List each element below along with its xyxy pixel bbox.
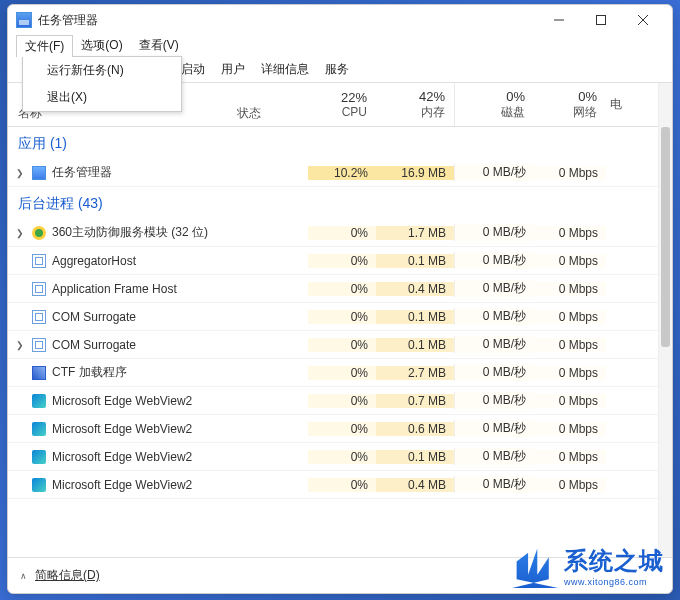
section-background[interactable]: 后台进程 (43) [8,187,658,219]
network-value: 0 Mbps [534,310,606,324]
titlebar[interactable]: 任务管理器 [8,5,672,35]
menu-options[interactable]: 选项(O) [73,35,130,57]
memory-value: 0.4 MB [376,478,454,492]
cpu-value: 0% [308,254,376,268]
col-memory[interactable]: 42%内存 [376,83,454,126]
cpu-value: 0% [308,366,376,380]
expand-icon[interactable]: ❯ [16,228,26,238]
disk-value: 0 MB/秒 [454,308,534,325]
disk-value: 0 MB/秒 [454,336,534,353]
table-row[interactable]: Microsoft Edge WebView2 0% 0.7 MB 0 MB/秒… [8,387,658,415]
process-name: COM Surrogate [52,338,136,352]
disk-value: 0 MB/秒 [454,392,534,409]
table-row[interactable]: ❯ COM Surrogate 0% 0.1 MB 0 MB/秒 0 Mbps [8,331,658,359]
process-name: 360主动防御服务模块 (32 位) [52,224,208,241]
network-value: 0 Mbps [534,254,606,268]
col-power[interactable]: 电 [606,83,631,126]
expand-icon[interactable]: ❯ [16,340,26,350]
table-row[interactable]: ❯ 任务管理器 10.2% 16.9 MB 0 MB/秒 0 Mbps [8,159,658,187]
network-value: 0 Mbps [534,394,606,408]
menu-exit[interactable]: 退出(X) [23,84,181,111]
process-icon [32,366,46,380]
cpu-value: 0% [308,450,376,464]
tab-users[interactable]: 用户 [213,57,253,82]
memory-value: 16.9 MB [376,166,454,180]
process-icon [32,166,46,180]
cpu-value: 0% [308,338,376,352]
disk-value: 0 MB/秒 [454,420,534,437]
memory-value: 0.1 MB [376,450,454,464]
section-apps[interactable]: 应用 (1) [8,127,658,159]
network-value: 0 Mbps [534,166,606,180]
process-icon [32,338,46,352]
process-icon [32,394,46,408]
disk-value: 0 MB/秒 [454,476,534,493]
memory-value: 0.4 MB [376,282,454,296]
menu-run-new-task[interactable]: 运行新任务(N) [23,57,181,84]
tab-services[interactable]: 服务 [317,57,357,82]
menu-file[interactable]: 文件(F) [16,35,73,57]
process-icon [32,226,46,240]
disk-value: 0 MB/秒 [454,280,534,297]
memory-value: 2.7 MB [376,366,454,380]
collapse-icon[interactable]: ∧ [20,571,27,581]
app-icon [16,12,32,28]
process-name: Application Frame Host [52,282,177,296]
table-row[interactable]: AggregatorHost 0% 0.1 MB 0 MB/秒 0 Mbps [8,247,658,275]
table-row[interactable]: Application Frame Host 0% 0.4 MB 0 MB/秒 … [8,275,658,303]
disk-value: 0 MB/秒 [454,252,534,269]
vertical-scrollbar[interactable] [658,83,672,557]
col-network[interactable]: 0%网络 [534,83,606,126]
file-dropdown: 运行新任务(N) 退出(X) [22,56,182,112]
table-row[interactable]: Microsoft Edge WebView2 0% 0.1 MB 0 MB/秒… [8,443,658,471]
cpu-value: 0% [308,282,376,296]
minimize-button[interactable] [538,6,580,34]
expand-icon[interactable]: ❯ [16,168,26,178]
col-state[interactable]: 状态 [233,83,308,126]
process-icon [32,282,46,296]
memory-value: 1.7 MB [376,226,454,240]
process-name: COM Surrogate [52,310,136,324]
cpu-value: 10.2% [308,166,376,180]
menubar: 文件(F) 选项(O) 查看(V) [8,35,672,57]
network-value: 0 Mbps [534,282,606,296]
cpu-value: 0% [308,422,376,436]
brief-info-link[interactable]: 简略信息(D) [35,567,100,584]
cpu-value: 0% [308,310,376,324]
network-value: 0 Mbps [534,422,606,436]
network-value: 0 Mbps [534,478,606,492]
menu-view[interactable]: 查看(V) [131,35,187,57]
svg-rect-1 [597,16,606,25]
cpu-value: 0% [308,478,376,492]
process-name: AggregatorHost [52,254,136,268]
memory-value: 0.1 MB [376,338,454,352]
disk-value: 0 MB/秒 [454,448,534,465]
scroll-thumb[interactable] [661,127,670,347]
watermark-text: 系统之城 [564,547,664,574]
memory-value: 0.7 MB [376,394,454,408]
tab-details[interactable]: 详细信息 [253,57,317,82]
cpu-value: 0% [308,394,376,408]
disk-value: 0 MB/秒 [454,224,534,241]
memory-value: 0.1 MB [376,254,454,268]
watermark-url: www.xitong86.com [564,577,664,587]
maximize-button[interactable] [580,6,622,34]
network-value: 0 Mbps [534,226,606,240]
process-name: 任务管理器 [52,164,112,181]
table-row[interactable]: CTF 加载程序 0% 2.7 MB 0 MB/秒 0 Mbps [8,359,658,387]
col-cpu[interactable]: 22%CPU [308,83,376,126]
col-disk[interactable]: 0%磁盘 [454,83,534,126]
window-title: 任务管理器 [38,12,538,29]
table-row[interactable]: ❯ 360主动防御服务模块 (32 位) 0% 1.7 MB 0 MB/秒 0 … [8,219,658,247]
process-name: CTF 加载程序 [52,364,127,381]
network-value: 0 Mbps [534,338,606,352]
process-icon [32,450,46,464]
network-value: 0 Mbps [534,366,606,380]
table-row[interactable]: Microsoft Edge WebView2 0% 0.4 MB 0 MB/秒… [8,471,658,499]
table-row[interactable]: Microsoft Edge WebView2 0% 0.6 MB 0 MB/秒… [8,415,658,443]
table-row[interactable]: COM Surrogate 0% 0.1 MB 0 MB/秒 0 Mbps [8,303,658,331]
watermark: 系统之城 www.xitong86.com [512,544,664,588]
network-value: 0 Mbps [534,450,606,464]
close-button[interactable] [622,6,664,34]
cpu-value: 0% [308,226,376,240]
